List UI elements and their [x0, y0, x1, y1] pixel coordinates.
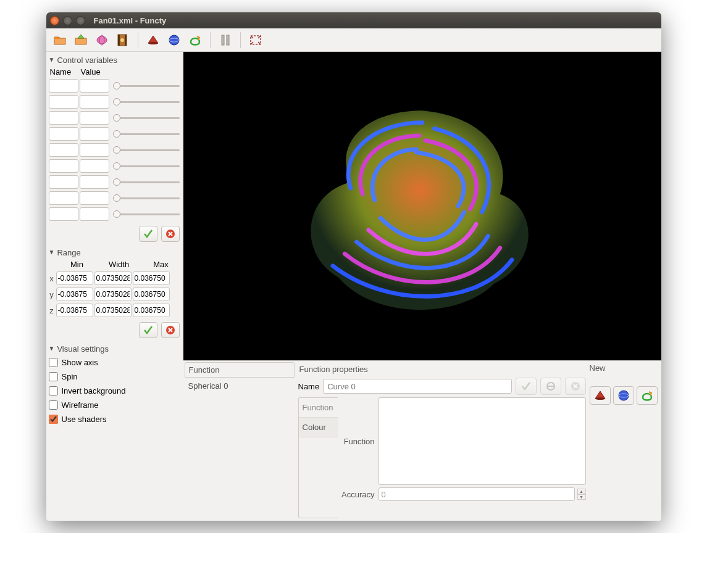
range-min-input[interactable] — [56, 304, 93, 317]
close-icon[interactable] — [50, 16, 59, 25]
cv-value-input[interactable] — [80, 127, 109, 141]
control-variables-header[interactable]: ▼ Control variables — [48, 54, 182, 66]
cv-row — [48, 158, 182, 174]
range-width-input[interactable] — [94, 288, 132, 301]
range-width-input[interactable] — [94, 304, 132, 317]
visual-settings-header[interactable]: ▼ Visual settings — [48, 343, 182, 355]
cv-row — [48, 126, 182, 142]
cv-value-input[interactable] — [80, 95, 109, 109]
use-shaders-checkbox[interactable]: Use shaders — [48, 413, 182, 426]
cv-slider[interactable] — [113, 146, 180, 154]
range-row: z — [48, 302, 182, 318]
spin-input[interactable] — [49, 372, 58, 381]
wireframe-checkbox[interactable]: Wireframe — [48, 399, 182, 412]
minimize-icon[interactable] — [63, 16, 72, 25]
range-header[interactable]: ▼ Range — [48, 247, 182, 259]
cv-slider[interactable] — [113, 178, 180, 186]
cv-name-input[interactable] — [49, 175, 78, 189]
svg-point-6 — [120, 38, 124, 42]
svg-rect-16 — [548, 386, 554, 387]
cv-name-input[interactable] — [49, 159, 78, 173]
cv-name-input[interactable] — [49, 207, 78, 221]
range-max-input[interactable] — [133, 304, 170, 317]
cv-value-input[interactable] — [80, 159, 109, 173]
svg-point-1 — [97, 36, 107, 44]
use-shaders-input[interactable] — [49, 415, 58, 424]
cv-value-input[interactable] — [80, 175, 109, 189]
wireframe-input[interactable] — [49, 400, 58, 410]
range-apply-button[interactable] — [139, 322, 157, 338]
function-list-header[interactable]: Function — [185, 362, 295, 378]
fullscreen-button[interactable] — [246, 30, 266, 50]
spherical-button[interactable] — [164, 30, 184, 50]
cv-name-input[interactable] — [49, 191, 78, 205]
toolbar — [46, 28, 661, 52]
maximize-icon[interactable] — [76, 16, 85, 25]
range-min-input[interactable] — [56, 288, 93, 301]
cv-apply-button[interactable] — [139, 226, 157, 242]
invert-bg-checkbox[interactable]: Invert background — [48, 384, 182, 397]
titlebar[interactable]: Fan01.xml - Functy — [46, 12, 661, 28]
3d-viewport[interactable] — [183, 52, 661, 360]
svg-rect-10 — [222, 35, 224, 45]
range-cancel-button[interactable] — [161, 322, 180, 338]
cv-slider[interactable] — [113, 130, 180, 138]
new-cartesian-button[interactable] — [590, 386, 611, 405]
curve-button[interactable] — [185, 30, 205, 50]
function-textarea[interactable] — [379, 397, 586, 485]
cv-name-input[interactable] — [49, 111, 78, 125]
invert-bg-input[interactable] — [49, 386, 58, 395]
fn-revert-button[interactable] — [540, 378, 561, 395]
fn-apply-button[interactable] — [516, 378, 537, 395]
range-max-input[interactable] — [133, 288, 170, 301]
cv-value-input[interactable] — [80, 79, 109, 93]
function-field-label: Function — [339, 437, 376, 446]
cartesian-button[interactable] — [143, 30, 163, 50]
svg-point-18 — [595, 397, 605, 400]
range-min-input[interactable] — [56, 271, 93, 285]
tab-colour[interactable]: Colour — [299, 418, 338, 437]
cv-slider[interactable] — [113, 162, 180, 170]
cv-slider[interactable] — [113, 82, 180, 89]
accuracy-spinner[interactable]: ▲▼ — [577, 489, 586, 500]
cv-name-input[interactable] — [49, 79, 78, 93]
export-anim-button[interactable] — [113, 30, 133, 50]
cv-name-input[interactable] — [49, 95, 78, 109]
chevron-down-icon: ▼ — [49, 249, 55, 255]
pause-button[interactable] — [215, 30, 235, 50]
range-column-headers: Min Width Max — [48, 260, 182, 269]
cv-value-input[interactable] — [80, 207, 109, 221]
name-input[interactable] — [323, 379, 511, 394]
new-function-panel: New — [588, 361, 661, 521]
new-curve-button[interactable] — [637, 386, 658, 405]
bottom-panel: Function Spherical 0 Function properties… — [183, 360, 661, 521]
cv-cancel-button[interactable] — [161, 226, 180, 242]
accuracy-input[interactable] — [379, 487, 575, 501]
cv-name-input[interactable] — [49, 127, 78, 141]
spin-checkbox[interactable]: Spin — [48, 370, 182, 383]
new-spherical-button[interactable] — [613, 386, 634, 405]
cv-value-input[interactable] — [80, 111, 109, 125]
save-button[interactable] — [71, 30, 91, 50]
open-button[interactable] — [50, 30, 70, 50]
toolbar-separator — [138, 32, 138, 48]
cv-slider[interactable] — [113, 114, 180, 122]
cv-slider[interactable] — [113, 194, 180, 202]
cv-slider[interactable] — [113, 98, 180, 106]
range-max-input[interactable] — [133, 271, 170, 285]
cv-name-input[interactable] — [49, 143, 78, 157]
export-3d-button[interactable] — [92, 30, 112, 50]
function-properties-title: Function properties — [298, 363, 586, 375]
fn-delete-button[interactable] — [565, 378, 586, 395]
cv-slider[interactable] — [113, 210, 180, 218]
svg-rect-11 — [227, 35, 229, 45]
tab-function[interactable]: Function — [299, 398, 338, 418]
show-axis-input[interactable] — [49, 358, 58, 367]
cv-value-input[interactable] — [80, 143, 109, 157]
cv-value-input[interactable] — [80, 191, 109, 205]
list-item[interactable]: Spherical 0 — [183, 379, 296, 393]
range-width-input[interactable] — [94, 271, 132, 285]
show-axis-checkbox[interactable]: Show axis — [48, 356, 182, 369]
svg-point-7 — [148, 42, 158, 44]
toolbar-separator — [240, 32, 241, 48]
